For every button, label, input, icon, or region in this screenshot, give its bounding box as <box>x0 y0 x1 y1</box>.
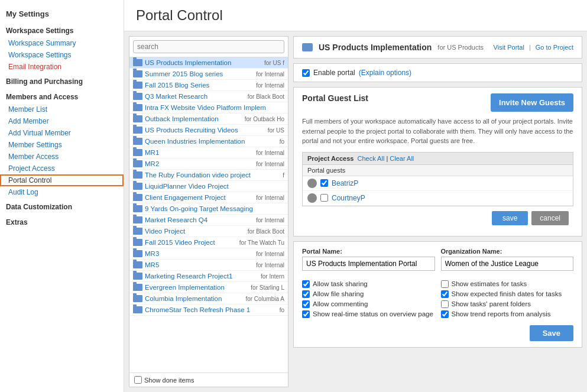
project-name: US Products Recruiting Videos <box>145 127 265 134</box>
org-name-field: Organization Name: <box>441 248 574 271</box>
project-list-panel: US Products Implementation for US f Summ… <box>129 36 288 387</box>
settings-checkbox[interactable] <box>441 290 449 298</box>
checkbox-row: Allow file sharing <box>302 290 435 298</box>
sidebar-item-workspace-summary[interactable]: Workspace Summary <box>0 37 124 49</box>
settings-checkbox[interactable] <box>302 290 310 298</box>
main-content: Portal Control US Products Implementatio… <box>124 0 587 392</box>
enable-portal-checkbox[interactable] <box>302 69 310 77</box>
org-name-input[interactable] <box>441 257 574 271</box>
project-item[interactable]: Market Research Q4 for Internal <box>129 215 288 226</box>
project-name: Video Project <box>145 228 245 235</box>
guest-checkbox[interactable] <box>320 179 328 187</box>
checkbox-row: Allow commenting <box>302 300 435 308</box>
project-item[interactable]: Summer 2015 Blog series for Internal <box>129 69 288 80</box>
data-customization-section: Data Customization <box>0 198 124 213</box>
settings-footer: Save <box>302 325 573 341</box>
checkbox-label: Show tasks' parent folders <box>452 300 531 307</box>
project-item[interactable]: Fall 2015 Video Project for The Watch Tu <box>129 237 288 248</box>
settings-checkbox[interactable] <box>441 310 449 318</box>
project-item[interactable]: Fall 2015 Blog Series for Internal <box>129 80 288 91</box>
portal-name-input[interactable] <box>302 257 435 271</box>
settings-save-button[interactable]: Save <box>530 325 573 341</box>
sidebar-item-add-virtual-member[interactable]: Add Virtual Member <box>0 127 124 139</box>
folder-icon <box>133 306 142 313</box>
settings-checkbox[interactable] <box>441 300 449 308</box>
project-tag: for Internal <box>256 195 284 201</box>
project-item[interactable]: MR3 for Internal <box>129 248 288 260</box>
project-item[interactable]: US Products Recruiting Videos for US <box>129 125 288 136</box>
project-item[interactable]: Video Project for Black Boot <box>129 226 288 237</box>
checkbox-label: Show expected finish dates for tasks <box>452 290 562 297</box>
sidebar-item-audit-log[interactable]: Audit Log <box>0 186 124 198</box>
project-item[interactable]: Columbia Implementation for Columbia A <box>129 293 288 304</box>
invite-guests-button[interactable]: Invite New Guests <box>491 93 573 112</box>
globe-icon <box>302 43 313 51</box>
visit-portal-link[interactable]: Visit Portal <box>494 44 524 51</box>
portal-links: Visit Portal | Go to Project <box>494 44 573 51</box>
sidebar-item-member-settings[interactable]: Member Settings <box>0 139 124 151</box>
settings-checkbox[interactable] <box>441 280 449 288</box>
sidebar-item-add-member[interactable]: Add Member <box>0 115 124 127</box>
project-tag: for Internal <box>256 262 284 268</box>
project-item[interactable]: The Ruby Foundation video project f <box>129 170 288 181</box>
project-item[interactable]: LiquidPlanner Video Project <box>129 181 288 192</box>
project-name: Outback Implementation <box>145 115 242 122</box>
project-item[interactable]: Outback Implementation for Outback Ho <box>129 114 288 125</box>
project-item[interactable]: Client Engagement Project for Internal <box>129 192 288 203</box>
project-tag: f <box>283 172 284 179</box>
checkbox-row: Show real-time status on overview page <box>302 310 435 318</box>
project-name: MR2 <box>145 160 254 167</box>
project-item[interactable]: Q3 Market Research for Black Boot <box>129 91 288 102</box>
project-item[interactable]: Intra FX Website Video Platform Implem <box>129 102 288 114</box>
enable-portal-text: Enable portal <box>313 69 355 77</box>
settings-checkbox[interactable] <box>302 280 310 288</box>
project-item[interactable]: Queen Industries Implementation fo <box>129 136 288 147</box>
folder-icon <box>133 228 142 235</box>
content-area: US Products Implementation for US f Summ… <box>124 31 587 392</box>
explain-options-link[interactable]: (Explain options) <box>359 69 411 77</box>
project-name: MR5 <box>145 261 254 268</box>
search-input[interactable] <box>133 40 284 53</box>
folder-icon <box>133 149 142 156</box>
project-tag: for Intern <box>261 273 284 280</box>
project-item[interactable]: US Products Implementation for US f <box>129 57 288 69</box>
save-button[interactable]: save <box>492 211 528 225</box>
settings-checkbox[interactable] <box>302 310 310 318</box>
project-item[interactable]: MR2 for Internal <box>129 158 288 170</box>
guest-list-title: Portal Guest List <box>302 93 368 103</box>
sidebar-item-email-integration[interactable]: Email Integration <box>0 61 124 73</box>
cancel-button[interactable]: cancel <box>531 211 569 225</box>
project-item[interactable]: 9 Yards On-going Target Messaging <box>129 203 288 215</box>
portal-title: US Products Implementation <box>319 43 432 52</box>
settings-checkbox[interactable] <box>302 300 310 308</box>
sidebar-item-project-access[interactable]: Project Access <box>0 163 124 174</box>
project-item[interactable]: Marketing Research Project1 for Intern <box>129 271 288 282</box>
show-done-checkbox[interactable] <box>134 376 142 384</box>
check-all-link[interactable]: Check All <box>357 155 384 162</box>
guest-actions: save cancel <box>302 206 573 230</box>
project-name: 9 Yards On-going Target Messaging <box>145 205 282 212</box>
project-access-label: Project Access <box>307 155 354 162</box>
sidebar-item-workspace-settings[interactable]: Workspace Settings <box>0 49 124 61</box>
project-name: Marketing Research Project1 <box>145 273 258 280</box>
project-name: The Ruby Foundation video project <box>145 171 280 179</box>
checkbox-row: Allow task sharing <box>302 280 435 288</box>
guest-checkbox[interactable] <box>320 194 328 202</box>
project-tag: for Internal <box>256 82 284 89</box>
sidebar-item-member-access[interactable]: Member Access <box>0 151 124 163</box>
folder-icon <box>133 261 142 268</box>
project-name: Queen Industries Implementation <box>145 138 277 145</box>
project-item[interactable]: MR1 for Internal <box>129 147 288 158</box>
sidebar-item-portal-control[interactable]: Portal Control <box>0 174 124 186</box>
page-header: Portal Control <box>124 0 587 31</box>
project-item[interactable]: ChromeStar Tech Refresh Phase 1 fo <box>129 304 288 316</box>
clear-all-link[interactable]: Clear All <box>390 155 414 162</box>
project-item[interactable]: MR5 for Internal <box>129 260 288 271</box>
go-to-project-link[interactable]: Go to Project <box>536 44 573 51</box>
project-item[interactable]: Evergreen Implementation for Starling L <box>129 282 288 293</box>
project-tag: for Internal <box>256 71 284 77</box>
project-tag: for Internal <box>256 150 284 156</box>
sidebar-item-member-list[interactable]: Member List <box>0 103 124 115</box>
project-name: Fall 2015 Video Project <box>145 239 237 246</box>
settings-grid: Portal Name: Organization Name: <box>302 248 573 271</box>
